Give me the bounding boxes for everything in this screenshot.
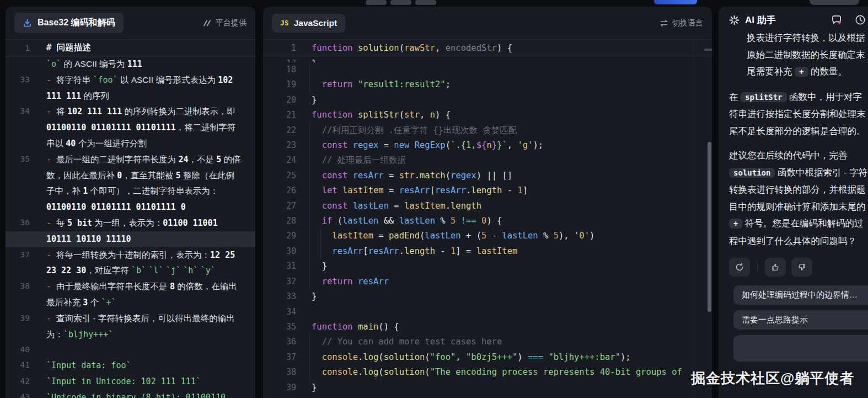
download-icon (23, 18, 32, 28)
doc-lines: `o` 的 ASCII 编号为 11133- 将字符串 `foo` 以 ASCI… (6, 56, 255, 398)
thumbs-up-button[interactable] (765, 258, 786, 277)
doc-sticky-line[interactable]: 1 # 问题描述 (6, 40, 255, 56)
code-sticky-line[interactable]: 1 function solution(rawStr, encodedStr) … (263, 40, 712, 56)
doc-line[interactable]: 42`Input in Unicode: 102 111 111` (6, 374, 255, 390)
platform-provided-text: 平台提供 (216, 18, 247, 28)
code-line[interactable]: 27 const lastLen = lastItem.length (263, 199, 712, 214)
platform-logo-icon (202, 19, 212, 27)
code-line[interactable]: 17} (263, 56, 712, 62)
doc-line[interactable]: 38- 由于最终输出字符串长度不是 8 的倍数，在输出最后补充 3 个 `+` (6, 279, 255, 311)
indent-guide (309, 244, 309, 259)
ai-panel-header: AI 助手 (719, 7, 868, 33)
line-number: 30 (263, 244, 296, 259)
code-line[interactable]: 34 (263, 305, 712, 320)
line-number: 36 (263, 335, 296, 349)
indent-guide (309, 365, 309, 380)
line-text: resArr[resArr.length - 1] = lastItem (312, 244, 712, 259)
primary-button-remnant (654, 0, 697, 4)
regenerate-button[interactable] (729, 258, 750, 277)
new-chat-button[interactable] (831, 14, 843, 26)
line-number: 33 (263, 289, 296, 304)
line-text: } (312, 289, 712, 304)
line-number: 18 (263, 62, 296, 77)
indent-guide (309, 168, 309, 183)
code-line[interactable]: 39} (263, 380, 712, 395)
line-text: const regex = new RegExp(`.{1,${n}}`, 'g… (312, 138, 712, 153)
doc-line[interactable]: 39- 查询索引 - 字符转换表后，可以得出最终的输出为：`bljhy+++` (6, 311, 255, 343)
window-button-remnant (415, 0, 436, 5)
line-number: 26 (263, 183, 296, 198)
code-line[interactable]: 37 console.log(solution("foo", "b0zj5+++… (263, 350, 712, 365)
code-line[interactable]: 20} (263, 93, 712, 108)
indent-guide (309, 350, 309, 365)
code-line[interactable]: 29 lastItem = padEnd(lastLen + (5 - last… (263, 229, 712, 243)
doc-line[interactable]: 43`Unicode in binary (8 bit): 01100110 (6, 390, 255, 398)
line-text: 10111 10110 11110 (46, 231, 255, 247)
divider (757, 262, 758, 272)
suggested-question-chip[interactable]: 如何处理编码过程中的边界情… (733, 285, 868, 305)
doc-line[interactable]: 37- 将每一组转换为十进制的索引，表示为：12 25 23 22 30，对应字… (6, 247, 255, 279)
code-line[interactable]: 31 } (263, 259, 712, 274)
switch-language-label: 切换语言 (672, 18, 703, 28)
inline-code-chip: splitStr (741, 92, 786, 102)
line-text: return "result1:result2"; (312, 77, 712, 92)
line-text: } (312, 259, 712, 274)
inline-code-chip: solution (729, 168, 775, 178)
code-line[interactable]: 28 if (lastLen && lastLen % 5 !== 0) { (263, 214, 712, 229)
vertical-scrollbar[interactable] (708, 142, 711, 312)
code-editor-panel: JS JavaScript 切换语言 1 function solution(r… (263, 7, 712, 398)
code-line[interactable]: 35function main() { (263, 320, 712, 335)
line-number: 25 (263, 168, 296, 183)
line-number: 40 (6, 342, 30, 358)
line-text: `Input in Unicode: 102 111 111` (46, 374, 255, 390)
inline-code-chip: + (795, 67, 808, 77)
doc-line[interactable]: `o` 的 ASCII 编号为 111 (6, 56, 255, 72)
suggested-question-chip[interactable] (733, 335, 868, 362)
language-tab[interactable]: JS JavaScript (272, 14, 345, 33)
code-line[interactable]: 21function splitStr(str, n) { (263, 108, 712, 123)
doc-line[interactable]: 40 (6, 342, 255, 358)
suggested-question-chip[interactable]: 需要一点思路提示 (733, 310, 868, 330)
line-text (46, 342, 255, 358)
indent-guide (309, 335, 309, 349)
code-line[interactable]: 19 return "result1:result2"; (263, 77, 712, 92)
line-number: 1 (263, 43, 296, 53)
window-button-remnant (390, 0, 411, 5)
doc-line[interactable]: 36- 每 5 bit 为一组，表示为：01100 11001 (6, 215, 255, 231)
thumbs-down-button[interactable] (791, 258, 812, 277)
inline-code-chip: + (729, 219, 742, 229)
doc-line[interactable]: 41`Input data: foo` (6, 358, 255, 374)
code-line[interactable]: 22 //利用正则分割 .任意字符 {}出现次数 贪婪匹配 (263, 123, 712, 138)
doc-line[interactable]: 35- 最后一组的二进制字符串长度为 24，不是 5 的倍数，因此在最后补 0，… (6, 152, 255, 215)
indent-guide (309, 214, 309, 229)
code-line[interactable]: 30 resArr[resArr.length - 1] = lastItem (263, 244, 712, 259)
indent-guide (309, 183, 309, 198)
doc-line[interactable]: 33- 将字符串 `foo` 以 ASCII 编号形式表达为 102 111 1… (6, 72, 255, 104)
code-line[interactable]: 24 // 处理最后一组数据 (263, 153, 712, 168)
line-number: 31 (263, 259, 296, 274)
code-line[interactable]: 18 (263, 62, 712, 77)
code-line[interactable]: 32 return resArr (263, 274, 712, 289)
line-text: //利用正则分割 .任意字符 {}出现次数 贪婪匹配 (312, 123, 712, 138)
code-line[interactable]: 23 const regex = new RegExp(`.{1,${n}}`,… (263, 138, 712, 153)
code-line[interactable]: 25 const resArr = str.match(regex) || [] (263, 168, 712, 183)
problem-panel-header: Base32 编码和解码 平台提供 (6, 7, 255, 40)
platform-provided-label: 平台提供 (202, 18, 247, 28)
line-text: - 最后一组的二进制字符串长度为 24，不是 5 的倍数，因此在最后补 0，直至… (46, 152, 255, 215)
scroll-position-mark (704, 49, 712, 51)
code-line[interactable]: 38 console.log(solution("The encoding pr… (263, 365, 712, 380)
doc-line[interactable]: 34- 将 102 111 111 的序列转换为二进制表示，即 01100110… (6, 104, 255, 151)
problem-title-chip[interactable]: Base32 编码和解码 (14, 13, 124, 33)
history-button[interactable] (854, 14, 866, 26)
line-number: 34 (6, 104, 30, 151)
code-line[interactable]: 33} (263, 289, 712, 304)
line-number: 39 (6, 311, 30, 343)
line-number: 32 (263, 274, 296, 289)
code-line[interactable]: 26 let lastItem = resArr[resArr.length -… (263, 183, 712, 198)
secondary-button-remnant (810, 0, 859, 5)
switch-language-button[interactable]: 切换语言 (660, 18, 703, 28)
line-number: 39 (263, 380, 296, 395)
code-line[interactable]: 36 // You can add more test cases here (263, 335, 712, 349)
doc-line[interactable]: 10111 10110 11110 (6, 231, 255, 247)
line-text: // You can add more test cases here (312, 335, 712, 349)
